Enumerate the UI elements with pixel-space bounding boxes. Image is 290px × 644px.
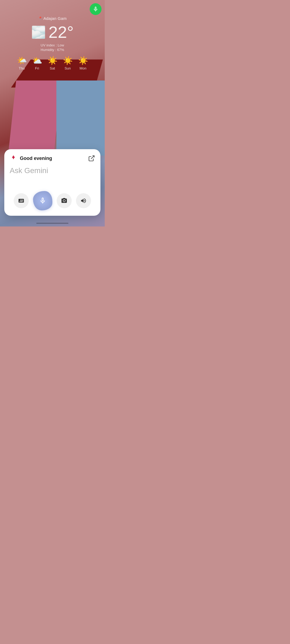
top-mic-button[interactable] <box>90 3 102 15</box>
camera-button[interactable] <box>57 193 72 208</box>
weather-details: UV index : Low Humidity : 67% <box>41 43 64 52</box>
uv-index: UV index : Low <box>41 43 64 47</box>
forecast-sun: ☀️ Sun <box>63 57 73 70</box>
location-row: 📍 Adajan Gam <box>38 16 67 21</box>
gemini-star-icon <box>10 155 17 162</box>
mic-icon-gemini <box>39 197 46 204</box>
box-right-face <box>56 80 105 156</box>
location-name: Adajan Gam <box>44 16 67 21</box>
svg-line-0 <box>91 156 94 159</box>
decorative-box <box>8 56 105 164</box>
gemini-header: Good evening <box>10 155 95 162</box>
gemini-title-row: Good evening <box>10 155 52 162</box>
forecast-fri-label: Fri <box>35 66 39 70</box>
home-indicator <box>36 223 68 224</box>
forecast-mon-label: Mon <box>79 66 86 70</box>
camera-icon <box>61 197 67 204</box>
mic-button[interactable] <box>33 191 52 210</box>
mic-icon <box>93 6 99 12</box>
forecast-mon: ☀️ Mon <box>78 57 88 70</box>
sound-icon <box>80 197 87 204</box>
gemini-panel: Good evening Ask Gemini <box>4 149 100 216</box>
temperature: 22° <box>49 24 74 41</box>
forecast-row: 🌤️ Thu ⛅ Fri ☀️ Sat ☀️ Sun ☀️ Mon <box>17 57 88 70</box>
location-pin-icon: 📍 <box>38 16 42 20</box>
forecast-sat-icon: ☀️ <box>48 57 57 65</box>
forecast-sun-label: Sun <box>64 66 71 70</box>
forecast-sun-icon: ☀️ <box>63 57 73 65</box>
forecast-sat: ☀️ Sat <box>48 57 57 70</box>
keyboard-button[interactable] <box>14 193 29 208</box>
weather-widget: 📍 Adajan Gam 🌫️ 22° UV index : Low Humid… <box>0 16 105 70</box>
keyboard-icon <box>18 197 24 204</box>
sound-button[interactable] <box>76 193 91 208</box>
forecast-sat-label: Sat <box>50 66 55 70</box>
temperature-row: 🌫️ 22° <box>31 24 74 41</box>
forecast-fri-icon: ⛅ <box>32 57 42 65</box>
condition-icon: 🌫️ <box>31 26 46 38</box>
gemini-greeting: Good evening <box>20 156 52 161</box>
box-left-face <box>8 80 62 156</box>
external-link-icon[interactable] <box>88 155 95 162</box>
forecast-fri: ⛅ Fri <box>32 57 42 70</box>
humidity: Humidity : 67% <box>41 48 64 52</box>
forecast-mon-icon: ☀️ <box>78 57 88 65</box>
ask-gemini-input[interactable]: Ask Gemini <box>10 166 95 175</box>
forecast-thu-icon: 🌤️ <box>17 57 27 65</box>
forecast-thu: 🌤️ Thu <box>17 57 27 70</box>
gemini-actions <box>10 191 95 210</box>
forecast-thu-label: Thu <box>19 66 25 70</box>
